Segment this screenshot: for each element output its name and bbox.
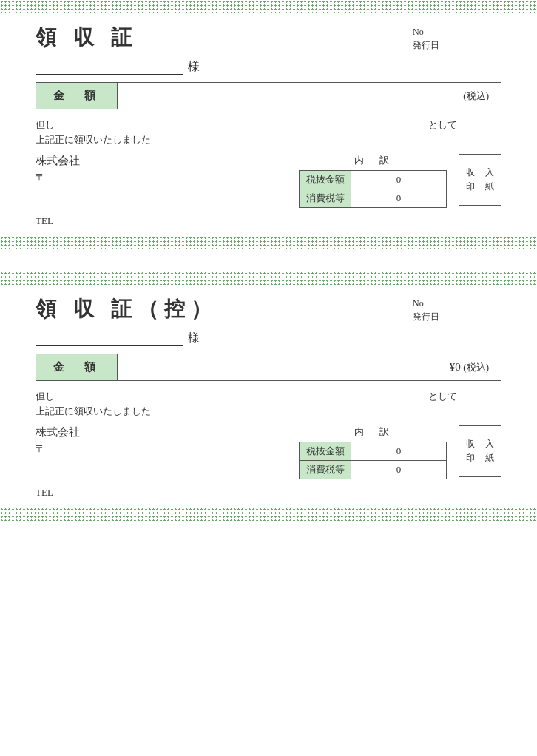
tax-included-2: (税込): [463, 362, 489, 373]
company-block-1: 株式会社 〒: [36, 154, 80, 184]
breakdown-row-shohi-1: 消費税等 0: [300, 189, 447, 208]
naiwake-label-1: 内 訳: [299, 154, 447, 167]
customer-line-2: [36, 331, 183, 346]
no-date-block-2: No 発行日: [413, 292, 501, 325]
lower-row-1: 株式会社 〒 内 訳 税抜金額 0 消費税等: [36, 154, 501, 208]
tel-label-2: TEL: [36, 487, 53, 498]
breakdown-row-zeibatsu-2: 税抜金額 0: [300, 442, 447, 461]
no-line-1: No: [413, 27, 424, 38]
receipt1-title: 領 収 証: [36, 21, 138, 52]
naiwake-label-2: 内 訳: [299, 425, 447, 439]
company-block-2: 株式会社 〒: [36, 425, 80, 456]
customer-row-1: 様: [36, 59, 501, 75]
receipt1: 領 収 証 No 発行日 様 金 額: [0, 0, 537, 249]
amount-value-cell-2: ¥0 (税込): [118, 354, 501, 381]
top-green-strip-1: [0, 0, 537, 13]
breakdown-stamp-1: 内 訳 税抜金額 0 消費税等 0: [299, 154, 501, 208]
date-label-2: 発行日: [413, 311, 439, 323]
stamp-line1-1: 収 入: [466, 166, 495, 179]
amount-row-1: 金 額 (税込): [36, 83, 501, 109]
page: 領 収 証 No 発行日 様 金 額: [0, 0, 537, 521]
stamp-box-2: 収 入 印 紙: [459, 425, 501, 477]
tadashi-row-1: 但し として: [36, 118, 501, 132]
date-label-1: 発行日: [413, 39, 439, 52]
tel-row-1: TEL: [36, 215, 501, 227]
amount-label-2: 金 額: [36, 354, 118, 381]
stamp-line1-2: 収 入: [466, 438, 495, 450]
received-text-2: 上記正に領収いたしました: [36, 405, 501, 418]
toshite-2: として: [428, 390, 457, 403]
customer-row-2: 様: [36, 331, 501, 346]
no-label-2: No: [413, 298, 424, 309]
no-label-1: No: [413, 27, 424, 38]
tadashi-1: 但し: [36, 118, 55, 132]
amount-table-2: 金 額 ¥0 (税込): [36, 354, 501, 381]
no-line-2: No: [413, 298, 424, 309]
date-line-1: 発行日: [413, 39, 439, 52]
stamp-box-1: 収 入 印 紙: [459, 154, 501, 206]
zeibatsu-value-2: 0: [351, 442, 447, 461]
breakdown-table-1: 税抜金額 0 消費税等 0: [299, 170, 447, 208]
company-name-2: 株式会社: [36, 425, 80, 439]
amount-row-2: 金 額 ¥0 (税込): [36, 354, 501, 381]
shohi-value-2: 0: [351, 461, 447, 479]
bottom-green-strip-1: [0, 236, 537, 249]
amount-label-1: 金 額: [36, 83, 118, 109]
zeibatsu-label-1: 税抜金額: [300, 171, 351, 189]
breakdown-row-zeibatsu-1: 税抜金額 0: [300, 171, 447, 189]
company-name-1: 株式会社: [36, 154, 80, 168]
customer-line-1: [36, 60, 183, 75]
breakdown-row-shohi-2: 消費税等 0: [300, 461, 447, 479]
title-row-1: 領 収 証 No 発行日: [36, 21, 501, 53]
top-green-strip-2: [0, 271, 537, 285]
breakdown-stamp-2: 内 訳 税抜金額 0 消費税等 0: [299, 425, 501, 479]
receipt2: 領 収 証（控） No 発行日 様 金 額: [0, 271, 537, 521]
zeibatsu-label-2: 税抜金額: [300, 442, 351, 461]
tadashi-2: 但し: [36, 390, 55, 403]
title-row-2: 領 収 証（控） No 発行日: [36, 292, 501, 325]
lower-row-2: 株式会社 〒 内 訳 税抜金額 0 消費税等: [36, 425, 501, 479]
breakdown-table-2: 税抜金額 0 消費税等 0: [299, 442, 447, 479]
postal-1: 〒: [36, 171, 80, 184]
mid-gap: [0, 249, 537, 271]
amount-table-1: 金 額 (税込): [36, 82, 501, 109]
receipt1-section: 領 収 証 No 発行日 様 金 額: [0, 13, 537, 236]
toshite-1: として: [428, 118, 457, 132]
no-date-block-1: No 発行日: [413, 21, 501, 53]
breakdown-area-2: 内 訳 税抜金額 0 消費税等 0: [299, 425, 447, 479]
bottom-green-strip-2: [0, 507, 537, 521]
amount-value-cell-1: (税込): [118, 83, 501, 109]
tel-label-1: TEL: [36, 215, 53, 226]
zeibatsu-value-1: 0: [351, 171, 447, 189]
receipt2-section: 領 収 証（控） No 発行日 様 金 額: [0, 285, 537, 507]
amount-value-2: ¥0: [450, 361, 461, 373]
date-line-2: 発行日: [413, 311, 439, 323]
sama-2: 様: [188, 331, 200, 346]
tadashi-row-2: 但し として: [36, 390, 501, 403]
shohi-value-1: 0: [351, 189, 447, 208]
tax-included-1: (税込): [463, 90, 489, 101]
postal-2: 〒: [36, 442, 80, 456]
sama-1: 様: [188, 59, 200, 75]
stamp-line2-2: 印 紙: [466, 452, 495, 465]
breakdown-area-1: 内 訳 税抜金額 0 消費税等 0: [299, 154, 447, 208]
received-text-1: 上記正に領収いたしました: [36, 133, 501, 146]
receipt2-title: 領 収 証（控）: [36, 292, 217, 323]
stamp-line2-1: 印 紙: [466, 180, 495, 193]
shohi-label-1: 消費税等: [300, 189, 351, 208]
shohi-label-2: 消費税等: [300, 461, 351, 479]
tel-row-2: TEL: [36, 487, 501, 499]
